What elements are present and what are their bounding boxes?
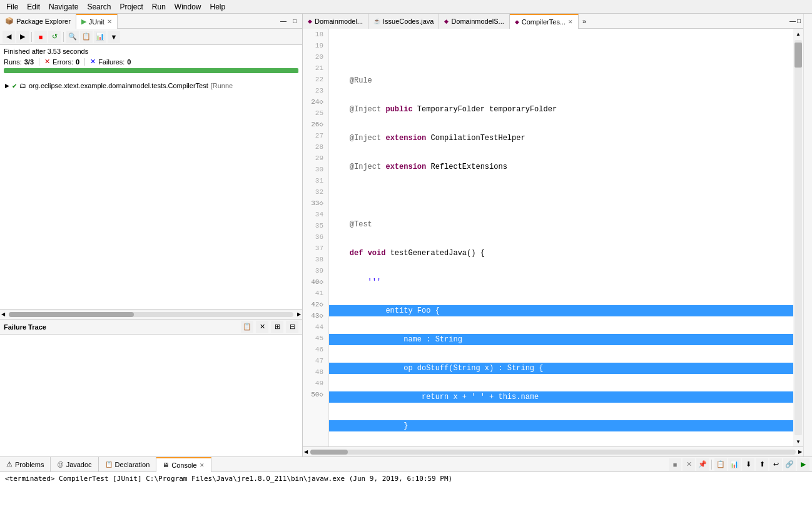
minimize-button[interactable]: —: [278, 16, 288, 26]
tab-javadoc[interactable]: @ Javadoc: [51, 457, 98, 472]
console-word-wrap-button[interactable]: ↩: [769, 458, 782, 471]
line-33: 33◇: [308, 198, 323, 209]
h-scroll-track[interactable]: [9, 312, 293, 317]
next-failure-button[interactable]: ▶: [16, 31, 29, 43]
tab-declaration[interactable]: 📋 Declaration: [99, 457, 157, 472]
history-button[interactable]: 📋: [80, 31, 93, 43]
tab-domainmodels-label: DomainmodelS...: [451, 18, 504, 25]
tab-problems[interactable]: ⚠ Problems: [0, 457, 51, 472]
menu-edit[interactable]: Edit: [23, 1, 44, 13]
main-container: 📦 Package Explorer ▶ JUnit ✕ — □ ◀ ▶: [0, 14, 812, 519]
issuecodes-icon: ☕: [373, 18, 380, 24]
line-44: 44: [308, 321, 323, 333]
v-scroll-thumb[interactable]: [794, 43, 802, 68]
scroll-left-btn[interactable]: ◀: [0, 311, 6, 317]
line-41: 41: [308, 288, 323, 299]
filter-button[interactable]: 🔍: [66, 31, 79, 43]
menu-navigate[interactable]: Navigate: [45, 1, 82, 13]
code-h-scroll-track[interactable]: [310, 450, 796, 455]
copy-trace-button[interactable]: 📋: [241, 321, 253, 333]
tab-console[interactable]: 🖥 Console ✕: [156, 457, 211, 472]
domainmodel-icon: ◆: [308, 18, 312, 24]
v-scrollbar[interactable]: ▲ ▼: [793, 29, 803, 446]
runs-label: Runs:: [4, 58, 22, 66]
layout-button[interactable]: 📊: [94, 31, 106, 43]
junit-status: Finished after 3.53 seconds Runs: 3/3 ✕ …: [0, 45, 302, 78]
menu-window[interactable]: Window: [171, 1, 205, 13]
stop-button[interactable]: ■: [34, 31, 47, 43]
tab-compilertest[interactable]: ◆ CompilerTes... ✕: [510, 14, 579, 29]
failure-trace-panel: Failure Trace 📋 ✕ ⊞ ⊟: [0, 319, 302, 456]
console-stop-button[interactable]: ■: [669, 458, 681, 471]
failure-trace-header: Failure Trace 📋 ✕ ⊞ ⊟: [0, 320, 302, 335]
code-line-19: @Rule: [329, 75, 793, 86]
close-trace-button[interactable]: ✕: [256, 321, 268, 333]
v-scroll-up[interactable]: ▲: [796, 29, 801, 39]
menu-search[interactable]: Search: [83, 1, 114, 13]
code-editor-inner[interactable]: 18 19 20 21 22 23 24◇ 25 26◇ 27 28 29 30…: [303, 29, 793, 446]
tab-junit[interactable]: ▶ JUnit ✕: [76, 14, 118, 29]
rerun-button[interactable]: ↺: [48, 31, 61, 43]
menu-help[interactable]: Help: [206, 1, 230, 13]
v-scroll-down[interactable]: ▼: [796, 436, 801, 446]
console-clear-button[interactable]: ✕: [683, 458, 695, 471]
line-24: 24◇: [308, 96, 323, 108]
code-line-28: name : String: [329, 334, 793, 345]
tab-domainmodel[interactable]: ◆ Domainmodel...: [303, 14, 368, 29]
console-pin-button[interactable]: 📌: [696, 458, 709, 471]
console-link-button[interactable]: 🔗: [783, 458, 796, 471]
test-runner-label: [Runne: [211, 82, 233, 89]
line-34: 34: [308, 209, 323, 220]
tab-console-label: Console: [171, 461, 196, 469]
code-line-22: @Inject extension ReflectExtensions: [329, 161, 793, 173]
line-43: 43◇: [308, 310, 323, 321]
dropdown-button[interactable]: ▼: [108, 31, 120, 43]
expand-trace-button[interactable]: ⊞: [271, 321, 283, 333]
menu-project[interactable]: Project: [116, 1, 146, 13]
code-line-24: @Test: [329, 219, 793, 230]
tab-overflow-button[interactable]: »: [579, 16, 590, 26]
problems-icon: ⚠: [6, 460, 13, 468]
console-new-button[interactable]: 📊: [728, 458, 741, 471]
prev-failure-button[interactable]: ◀: [3, 31, 15, 43]
tab-issuecodes-label: IssueCodes.java: [383, 18, 434, 25]
console-copy-button[interactable]: 📋: [714, 458, 727, 471]
line-42: 42◇: [308, 299, 323, 310]
scroll-right-btn[interactable]: ▶: [296, 311, 302, 317]
line-31: 31: [308, 175, 323, 186]
h-scroll-thumb[interactable]: [9, 312, 134, 317]
code-line-29: op doStuff(String x) : String {: [329, 363, 793, 374]
editor-maximize-button[interactable]: □: [797, 18, 801, 24]
test-item[interactable]: ▶ ✔ 🗂 org.eclipse.xtext.example.domainmo…: [3, 81, 300, 91]
console-content: <terminated> CompilerTest [JUnit] C:\Pro…: [0, 472, 812, 519]
class-icon: 🗂: [19, 82, 26, 89]
code-scroll-right[interactable]: ▶: [797, 449, 803, 455]
tab-issuecodes[interactable]: ☕ IssueCodes.java: [368, 14, 439, 29]
line-23: 23: [308, 85, 323, 96]
line-37: 37: [308, 243, 323, 254]
code-line-30: return x + ' ' + this.name: [329, 391, 793, 403]
editor-minimize-button[interactable]: —: [789, 18, 796, 24]
progress-container: [4, 68, 298, 73]
code-h-scroll[interactable]: ◀ ▶: [303, 446, 803, 456]
tab-problems-label: Problems: [15, 461, 44, 468]
tab-domainmodels[interactable]: ◆ DomainmodelS...: [439, 14, 509, 29]
tab-console-close[interactable]: ✕: [200, 462, 205, 468]
code-scroll-left[interactable]: ◀: [303, 449, 309, 455]
console-scroll-start-button[interactable]: ⬆: [756, 458, 768, 471]
tab-compilertest-close[interactable]: ✕: [568, 19, 573, 25]
menu-file[interactable]: File: [3, 1, 22, 13]
tab-package-explorer[interactable]: 📦 Package Explorer: [0, 14, 76, 29]
console-run-button[interactable]: ▶: [797, 458, 809, 471]
maximize-button[interactable]: □: [290, 16, 300, 26]
declaration-icon: 📋: [105, 461, 113, 468]
menu-run[interactable]: Run: [148, 1, 170, 13]
h-scroll[interactable]: ◀ ▶: [0, 309, 302, 319]
v-scroll-track[interactable]: [794, 40, 802, 435]
console-scroll-end-button[interactable]: ⬇: [742, 458, 754, 471]
collapse-trace-button[interactable]: ⊟: [286, 321, 298, 333]
code-h-scroll-thumb[interactable]: [310, 450, 348, 455]
code-content[interactable]: @Rule @Inject public TemporaryFolder tem…: [329, 29, 793, 446]
tab-junit-close[interactable]: ✕: [107, 18, 112, 25]
error-icon: ✕: [44, 58, 50, 66]
